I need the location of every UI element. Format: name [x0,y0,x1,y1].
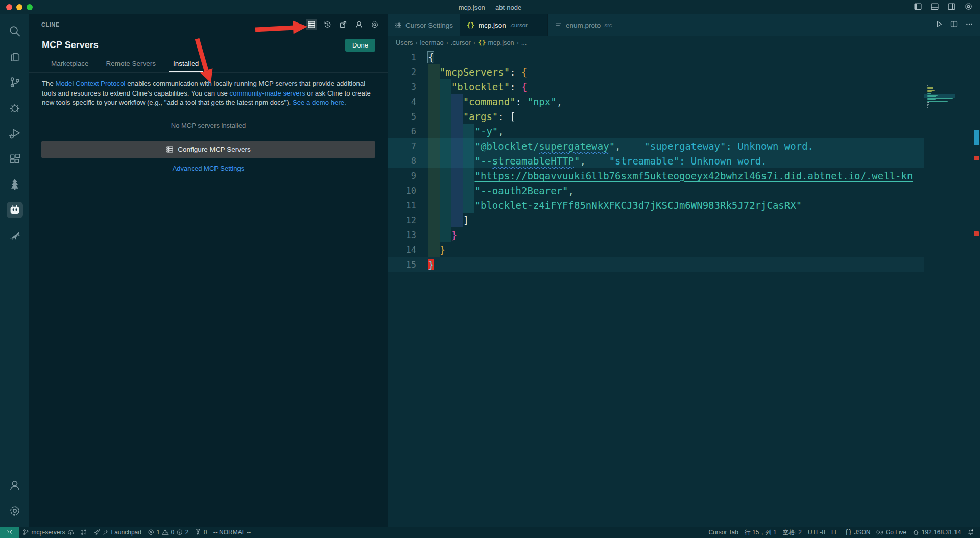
activity-bar-item-run-and-debug[interactable] [3,121,27,146]
status-indentation[interactable]: 空格: 2 [780,527,805,538]
status-git-branch[interactable]: mcp-servers [19,527,77,538]
code-line-5[interactable]: 5 "args": [ [388,109,924,124]
extensions-icon [9,153,21,165]
status-live-server-ip[interactable]: 192.168.31.14 [910,527,964,538]
editor-tab-Cursor-Settings[interactable]: Cursor Settings [388,14,460,36]
Cursor-Settings-icon [394,21,402,29]
live-server-ip-icon [913,529,920,536]
status-compare-changes[interactable] [77,527,90,538]
run-file-button[interactable] [935,20,943,30]
status-go-live[interactable]: Go Live [873,527,910,538]
status-vim-mode[interactable]: -- NORMAL -- [210,527,254,538]
settings-icon [371,20,379,29]
code-line-9[interactable]: 9 "https://bbqavvuuki6llb76sxmf5ukteogoe… [388,168,924,183]
line-number: 9 [388,171,416,181]
activity-bar-item-source-control[interactable] [3,69,27,95]
overview-ruler-scrollbar[interactable] [973,50,980,527]
activity-bar-item-pine[interactable] [3,172,27,197]
panel-action-mcp-servers[interactable] [306,19,317,30]
editor-group: Cursor Settings{}mcp.json.cursorenum.pro… [388,14,980,527]
layout-sidebar-right-button[interactable] [947,2,956,13]
tab-remote-servers[interactable]: Remote Servers [98,57,165,72]
code-line-4[interactable]: 4 "command": "npx", [388,94,924,109]
more-actions-icon [965,20,973,28]
code-line-2[interactable]: 2 "mcpServers": { [388,64,924,79]
code-line-13[interactable]: 13 } [388,227,924,242]
panel-action-new-task[interactable] [290,19,301,30]
status-ports[interactable]: 0 [192,527,210,538]
status-cursor-position[interactable]: 行 15，列 1 [742,527,780,538]
notifications-bell-icon [967,529,974,536]
activity-bar-item-accounts[interactable] [3,473,27,498]
activity-bar-item-manage[interactable] [3,498,27,524]
split-editor-button[interactable] [950,20,958,30]
breadcrumb-item[interactable]: ... [521,39,527,46]
breadcrumb-item[interactable]: .cursor [451,39,471,46]
breadcrumb-item[interactable]: Users [396,39,413,46]
cline-icon [7,202,23,218]
panel-action-settings[interactable] [369,19,380,30]
problems-error-icon [148,529,155,536]
more-actions-button[interactable] [965,20,973,30]
status-remote-indicator[interactable] [0,527,19,538]
tab-label: Cursor Settings [405,21,453,29]
panel-action-history[interactable] [322,19,333,30]
status-cursor-tab[interactable]: Cursor Tab [705,527,741,538]
code-line-15[interactable]: 15} [388,257,924,272]
code-line-1[interactable]: 1{ [388,50,924,64]
editor-tab-mcp-json[interactable]: {}mcp.json.cursor [460,14,548,36]
new-task-icon [292,20,300,29]
status-language-mode[interactable]: {}JSON [842,527,873,538]
empty-state-text: No MCP servers installed [29,122,388,129]
status-launchpad[interactable]: Launchpad [90,527,145,538]
layout-panel-button[interactable] [930,2,939,13]
code-line-8[interactable]: 8 "--streamableHTTP", "streamable": Unkn… [388,153,924,168]
activity-bar-item-kangaroo[interactable] [3,223,27,248]
activity-bar-item-debug[interactable] [3,95,27,121]
status-eol[interactable]: LF [828,527,842,538]
code-line-11[interactable]: 11 "blocklet-z4iFYFf85nNkXFKCJ3d7jKSCJm6… [388,198,924,213]
tab-label: mcp.json [479,21,506,29]
panel-action-open-in-new-window[interactable] [338,19,349,30]
inline-link[interactable]: Model Context Protocol [55,80,125,87]
panel-action-account[interactable] [353,19,365,30]
minimap[interactable] [924,50,955,527]
status-encoding[interactable]: UTF-8 [805,527,828,538]
account-icon [355,20,363,29]
status-notifications-bell[interactable] [964,527,977,538]
editor-tab-enum-proto[interactable]: enum.protosrc [548,14,619,36]
close-tab-icon[interactable] [534,22,541,29]
code-line-14[interactable]: 14 } [388,242,924,257]
activity-bar-item-extensions[interactable] [3,146,27,172]
layout-sidebar-left-button[interactable] [914,2,922,13]
activity-bar-item-search[interactable] [3,18,27,44]
code-line-7[interactable]: 7 "@blocklet/supergateway", "supergatewa… [388,138,924,153]
status-problems[interactable]: 102 [145,527,192,538]
activity-bar [0,14,29,527]
breadcrumb-item[interactable]: {}mcp.json [478,39,514,46]
overview-mark [974,156,979,160]
code-line-3[interactable]: 3 "blocklet": { [388,79,924,94]
code-editor[interactable]: 1{2 "mcpServers": {3 "blocklet": {4 "com… [388,50,980,527]
inline-link[interactable]: See a demo here. [293,99,346,106]
run-file-icon [935,20,943,28]
breadcrumb[interactable]: Users›leermao›.cursor›{}mcp.json›... [388,36,980,50]
code-line-12[interactable]: 12 ] [388,213,924,227]
tab-suffix: .cursor [510,22,528,28]
activity-bar-item-explorer[interactable] [3,44,27,69]
configure-mcp-servers-button[interactable]: Configure MCP Servers [41,141,375,158]
code-line-6[interactable]: 6 "-y", [388,124,924,138]
code-line-10[interactable]: 10 "--oauth2Bearer", [388,183,924,198]
done-button[interactable]: Done [345,39,375,52]
manage-settings-button[interactable] [964,2,973,13]
tab-marketplace[interactable]: Marketplace [42,57,98,72]
activity-bar-item-cline[interactable] [3,197,27,223]
advanced-mcp-settings-link[interactable]: Advanced MCP Settings [29,165,388,172]
line-number: 7 [388,141,416,151]
tab-installed[interactable]: Installed [164,57,207,72]
page-title: MCP Servers [42,40,99,51]
breadcrumb-item[interactable]: leermao [420,39,443,46]
inline-link[interactable]: community-made servers [230,89,305,97]
language-mode-icon: {} [845,529,852,535]
history-icon [323,20,331,29]
